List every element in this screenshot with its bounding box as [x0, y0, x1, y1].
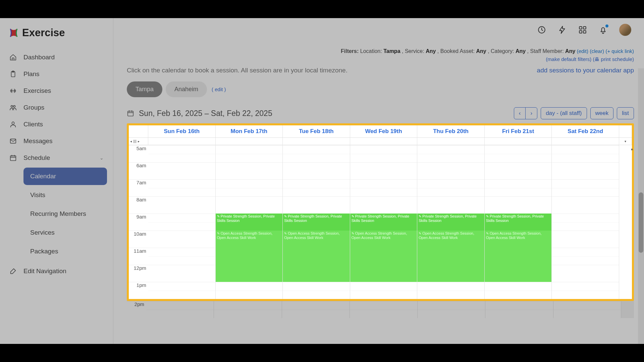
event-block[interactable]: ✎ Private Strength Session, Private Skil… — [417, 214, 484, 231]
day-header[interactable]: Sun Feb 16th — [148, 125, 216, 137]
bell-icon[interactable] — [599, 25, 607, 34]
prev-button[interactable]: ‹ — [514, 107, 526, 119]
app-name: Exercise — [22, 27, 65, 39]
svg-point-2 — [11, 106, 13, 108]
apps-icon[interactable] — [578, 25, 587, 34]
pencil-icon: ✎ — [486, 215, 489, 218]
svg-rect-6 — [10, 156, 16, 161]
calendar-header: Sun Feb 16th Mon Feb 17th Tue Feb 18th W… — [129, 125, 632, 138]
edit-icon — [9, 267, 17, 275]
view-day-button[interactable]: day - (all staff) — [541, 107, 587, 119]
content: Filters: Location: Tampa , Service: Any … — [113, 42, 644, 344]
subnav-packages[interactable]: Packages — [23, 243, 107, 260]
day-column-thu[interactable]: ✎ Private Strength Session, Private Skil… — [417, 145, 485, 299]
day-column-sun[interactable] — [148, 145, 216, 299]
day-header[interactable]: Mon Feb 17th — [216, 125, 283, 137]
right-tri-icon[interactable]: ▸ — [138, 139, 140, 143]
scrollbar-thumb[interactable] — [639, 192, 643, 253]
day-column-tue[interactable]: ✎ Private Strength Session, Private Skil… — [283, 145, 350, 299]
location-pills: Tampa Anaheim ( edit ) — [127, 81, 634, 97]
day-header[interactable]: Wed Feb 19th — [350, 125, 418, 137]
subnav-calendar[interactable]: Calendar — [23, 168, 107, 185]
pencil-icon: ✎ — [352, 215, 354, 218]
view-week-button[interactable]: week — [590, 107, 614, 119]
clock-icon[interactable] — [537, 25, 546, 34]
add-to-calendar-link[interactable]: add sessions to your calendar app — [537, 67, 634, 74]
notification-dot — [605, 24, 608, 27]
subnav-visits[interactable]: Visits — [23, 186, 107, 204]
date-nav-row: Sun, Feb 16, 2025 – Sat, Feb 22, 2025 ‹ … — [127, 107, 634, 119]
sidebar-item-edit-navigation[interactable]: Edit Navigation — [0, 263, 113, 280]
clipboard-icon — [9, 70, 17, 78]
filters-line: Filters: Location: Tampa , Service: Any … — [127, 48, 634, 54]
pencil-icon: ✎ — [352, 232, 354, 235]
square-icon — [133, 140, 137, 143]
pencil-icon: ✎ — [419, 215, 421, 218]
page-scrollbar[interactable] — [638, 68, 644, 344]
svg-point-3 — [13, 106, 15, 108]
day-header[interactable]: Sat Feb 22nd — [552, 125, 619, 137]
svg-rect-10 — [579, 31, 582, 33]
left-tri-icon[interactable]: ◂ — [130, 139, 132, 143]
pills-edit-link[interactable]: ( edit ) — [212, 86, 226, 92]
make-default-link[interactable]: (make default filters) — [546, 56, 591, 62]
view-list-button[interactable]: list — [617, 107, 634, 119]
scroll-up-icon[interactable]: ▴ — [631, 146, 633, 151]
app-logo[interactable]: Exercise — [0, 23, 113, 49]
event-block[interactable]: ✎ Open Access Strength Session, Open Acc… — [350, 231, 417, 282]
event-block[interactable]: ✎ Open Access Strength Session, Open Acc… — [283, 231, 350, 282]
home-icon — [9, 54, 17, 61]
sidebar-item-clients[interactable]: Clients — [0, 116, 113, 133]
day-column-sat[interactable] — [552, 145, 619, 299]
date-range: Sun, Feb 16, 2025 – Sat, Feb 22, 2025 — [127, 109, 272, 118]
event-block[interactable]: ✎ Open Access Strength Session, Open Acc… — [485, 231, 552, 282]
day-column-wed[interactable]: ✎ Private Strength Session, Private Skil… — [350, 145, 418, 299]
time-column: 5am 6am 7am 8am 9am 10am 11am 12pm 1pm — [129, 145, 148, 299]
chevron-down-icon: ⌄ — [100, 155, 104, 161]
nav-arrows: ‹ › — [514, 107, 537, 119]
calendar-highlight-frame: Sun Feb 16th Mon Feb 17th Tue Feb 18th W… — [127, 123, 634, 301]
next-button[interactable]: › — [525, 107, 537, 119]
calendar-icon — [9, 154, 17, 162]
svg-point-4 — [12, 122, 14, 124]
pencil-icon: ✎ — [217, 215, 220, 218]
day-column-mon[interactable]: ✎ Private Strength Session, Private Skil… — [216, 145, 283, 299]
print-schedule-link[interactable]: (🖶 print schedule) — [593, 56, 634, 62]
scroll-down-icon[interactable]: ▾ — [625, 139, 626, 143]
sidebar: Exercise Dashboard Plans Exercises Group… — [0, 18, 113, 344]
day-header[interactable]: Fri Feb 21st — [485, 125, 552, 137]
sidebar-item-dashboard[interactable]: Dashboard — [0, 49, 113, 66]
info-row: Click on the calendar to book a session.… — [127, 67, 634, 74]
mail-icon — [9, 137, 17, 145]
topbar — [113, 18, 644, 42]
lightning-icon[interactable] — [558, 25, 567, 34]
sidebar-item-exercises[interactable]: Exercises — [0, 82, 113, 99]
filter-clear-link[interactable]: (clear) — [590, 48, 604, 54]
event-block[interactable]: ✎ Open Access Strength Session, Open Acc… — [216, 231, 283, 282]
svg-rect-9 — [583, 26, 586, 29]
svg-rect-8 — [579, 26, 582, 29]
sidebar-item-messages[interactable]: Messages — [0, 133, 113, 149]
day-column-fri[interactable]: ✎ Private Strength Session, Private Skil… — [485, 145, 552, 299]
event-block[interactable]: ✎ Open Access Strength Session, Open Acc… — [417, 231, 484, 282]
event-block[interactable]: ✎ Private Strength Session, Private Skil… — [350, 214, 417, 231]
subnav-recurring[interactable]: Recurring Members — [23, 205, 107, 223]
calendar-small-icon[interactable] — [127, 110, 134, 117]
pill-tampa[interactable]: Tampa — [127, 81, 162, 97]
avatar[interactable] — [619, 24, 631, 36]
info-text: Click on the calendar to book a session.… — [127, 67, 347, 74]
sidebar-item-schedule[interactable]: Schedule ⌄ — [0, 149, 113, 166]
day-header[interactable]: Thu Feb 20th — [417, 125, 485, 137]
sidebar-item-plans[interactable]: Plans — [0, 66, 113, 82]


るblock[interactable]: ✎ Private Strength Session, Private Skil… — [283, 214, 350, 231]
nav: Dashboard Plans Exercises Groups Clients… — [0, 49, 113, 280]
event-block[interactable]: ✎ Private Strength Session, Private Skil… — [485, 214, 552, 231]
filter-edit-link[interactable]: (edit) — [577, 48, 588, 54]
pill-anaheim[interactable]: Anaheim — [166, 81, 207, 97]
sidebar-item-groups[interactable]: Groups — [0, 99, 113, 116]
event-block[interactable]: ✎ Private Strength Session, Private Skil… — [216, 214, 283, 231]
calendar-grid[interactable]: 5am 6am 7am 8am 9am 10am 11am 12pm 1pm — [129, 145, 632, 299]
day-header[interactable]: Tue Feb 18th — [283, 125, 350, 137]
subnav-services[interactable]: Services — [23, 224, 107, 241]
filter-quicklink[interactable]: (+ quick link) — [605, 48, 634, 54]
